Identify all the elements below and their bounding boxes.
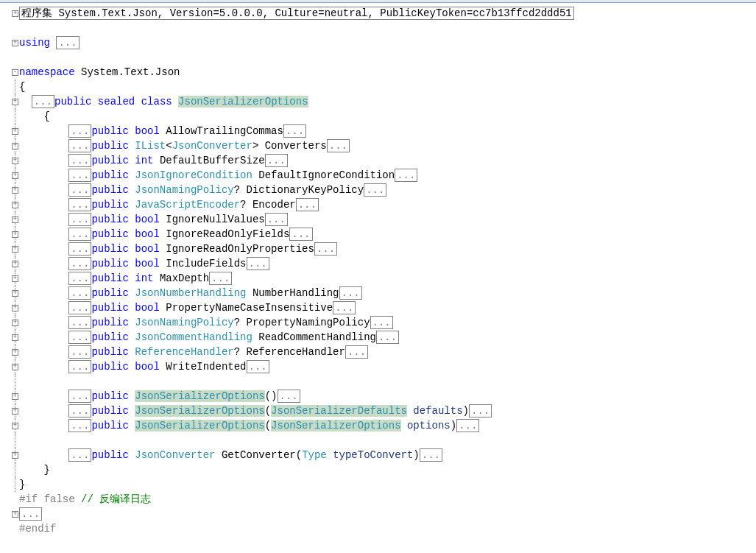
- code-line[interactable]: + ...public JsonIgnoreCondition DefaultI…: [0, 168, 756, 183]
- expand-icon[interactable]: +: [12, 452, 18, 459]
- code-line[interactable]: + ...public JsonConverter GetConverter(T…: [0, 448, 756, 462]
- code-line[interactable]: +程序集 System.Text.Json, Version=5.0.0.0, …: [0, 6, 756, 21]
- ellipsis-region[interactable]: ...: [68, 154, 91, 167]
- expand-icon[interactable]: +: [12, 290, 18, 297]
- ellipsis-region[interactable]: ...: [68, 257, 91, 270]
- code-line[interactable]: [0, 433, 756, 448]
- expand-icon[interactable]: +: [12, 349, 18, 356]
- code-line[interactable]: -namespace System.Text.Json: [0, 65, 756, 80]
- expand-icon[interactable]: +: [12, 143, 18, 149]
- collapse-icon[interactable]: -: [12, 69, 18, 76]
- code-line[interactable]: [0, 21, 756, 35]
- code-line[interactable]: + ...public bool WriteIndented...: [0, 359, 756, 374]
- ellipsis-region[interactable]: ...: [32, 95, 54, 108]
- expand-icon[interactable]: +: [12, 216, 18, 223]
- expand-icon[interactable]: +: [12, 334, 18, 341]
- code-line[interactable]: [0, 50, 756, 65]
- ellipsis-region[interactable]: ...: [56, 36, 79, 49]
- ellipsis-region[interactable]: ...: [333, 301, 356, 314]
- ellipsis-region[interactable]: ...: [339, 286, 362, 300]
- ellipsis-region[interactable]: ...: [68, 272, 91, 285]
- ellipsis-region[interactable]: ...: [68, 345, 91, 359]
- code-line[interactable]: + ...public int MaxDepth...: [0, 271, 756, 286]
- expand-icon[interactable]: +: [12, 305, 18, 311]
- expand-icon[interactable]: +: [12, 40, 18, 46]
- expand-icon[interactable]: +: [12, 408, 18, 415]
- ellipsis-region[interactable]: ...: [68, 124, 91, 138]
- ellipsis-region[interactable]: ...: [68, 242, 91, 256]
- expand-icon[interactable]: +: [12, 423, 18, 429]
- expand-icon[interactable]: +: [12, 320, 18, 326]
- expand-icon[interactable]: +: [12, 158, 18, 164]
- ellipsis-region[interactable]: ...: [68, 169, 91, 182]
- code-line[interactable]: + ...public bool IncludeFields...: [0, 256, 756, 271]
- code-line[interactable]: + ...public int DefaultBufferSize...: [0, 153, 756, 168]
- code-line[interactable]: + ...public bool PropertyNameCaseInsensi…: [0, 300, 756, 315]
- expand-icon[interactable]: +: [12, 128, 18, 135]
- code-line[interactable]: +using ...: [0, 35, 756, 50]
- code-line[interactable]: }: [0, 477, 756, 492]
- expand-icon[interactable]: +: [12, 172, 18, 179]
- ellipsis-region[interactable]: ...: [68, 139, 91, 152]
- ellipsis-region[interactable]: ...: [327, 139, 350, 152]
- ellipsis-region[interactable]: ...: [209, 272, 232, 285]
- ellipsis-region[interactable]: ...: [68, 286, 91, 300]
- ellipsis-region[interactable]: ...: [364, 183, 386, 197]
- expand-icon[interactable]: +: [12, 10, 18, 17]
- code-line[interactable]: + ...public IList<JsonConverter> Convert…: [0, 138, 756, 153]
- code-line[interactable]: }: [0, 462, 756, 477]
- expand-icon[interactable]: +: [12, 393, 18, 400]
- expand-icon[interactable]: +: [12, 275, 18, 282]
- ellipsis-region[interactable]: ...: [68, 183, 91, 197]
- code-line[interactable]: + ...public bool IgnoreReadOnlyFields...: [0, 227, 756, 242]
- ellipsis-region[interactable]: ...: [68, 301, 91, 314]
- code-line[interactable]: + ...public bool IgnoreReadOnlyPropertie…: [0, 242, 756, 256]
- code-line[interactable]: + ...public JsonNamingPolicy? PropertyNa…: [0, 315, 756, 330]
- ellipsis-region[interactable]: ...: [345, 345, 368, 359]
- ellipsis-region[interactable]: ...: [68, 228, 91, 241]
- ellipsis-region[interactable]: ...: [283, 124, 306, 138]
- code-line[interactable]: + ...public JsonSerializerOptions(JsonSe…: [0, 418, 756, 433]
- ellipsis-region[interactable]: ...: [289, 228, 312, 241]
- code-line[interactable]: + ...public JsonNumberHandling NumberHan…: [0, 286, 756, 300]
- code-line[interactable]: + ...public JsonSerializerOptions(JsonSe…: [0, 404, 756, 418]
- ellipsis-region[interactable]: ...: [296, 198, 319, 211]
- expand-icon[interactable]: +: [12, 99, 18, 105]
- ellipsis-region[interactable]: ...: [68, 316, 91, 329]
- ellipsis-region[interactable]: ...: [278, 390, 300, 403]
- ellipsis-region[interactable]: ...: [370, 316, 393, 329]
- expand-icon[interactable]: +: [12, 231, 18, 238]
- ellipsis-region[interactable]: ...: [265, 213, 288, 226]
- ellipsis-region[interactable]: ...: [19, 507, 42, 521]
- code-line[interactable]: +...: [0, 507, 756, 521]
- code-line[interactable]: + ...public JsonSerializerOptions()...: [0, 389, 756, 404]
- expand-icon[interactable]: +: [12, 187, 18, 194]
- code-line[interactable]: {: [0, 80, 756, 94]
- ellipsis-region[interactable]: ...: [68, 198, 91, 211]
- expand-icon[interactable]: +: [12, 364, 18, 370]
- expand-icon[interactable]: +: [12, 202, 18, 208]
- ellipsis-region[interactable]: ...: [68, 360, 91, 373]
- code-line[interactable]: + ...public JsonCommentHandling ReadComm…: [0, 330, 756, 345]
- code-line[interactable]: + ...public JavaScriptEncoder? Encoder..…: [0, 197, 756, 212]
- ellipsis-region[interactable]: ...: [68, 404, 91, 418]
- ellipsis-region[interactable]: ...: [314, 242, 337, 256]
- ellipsis-region[interactable]: ...: [265, 154, 288, 167]
- code-line[interactable]: {: [0, 109, 756, 124]
- expand-icon[interactable]: +: [12, 246, 18, 253]
- ellipsis-region[interactable]: ...: [68, 448, 91, 462]
- ellipsis-region[interactable]: ...: [247, 257, 269, 270]
- ellipsis-region[interactable]: ...: [376, 331, 399, 344]
- code-line[interactable]: + ...public ReferenceHandler? ReferenceH…: [0, 345, 756, 359]
- code-line[interactable]: + ...public bool IgnoreNullValues...: [0, 212, 756, 227]
- code-line[interactable]: #if false // 反编译日志: [0, 492, 756, 507]
- ellipsis-region[interactable]: ...: [68, 419, 91, 432]
- ellipsis-region[interactable]: ...: [456, 419, 479, 432]
- code-line[interactable]: #endif: [0, 521, 756, 536]
- ellipsis-region[interactable]: ...: [68, 390, 91, 403]
- code-line[interactable]: + ...public sealed class JsonSerializerO…: [0, 94, 756, 109]
- expand-icon[interactable]: +: [12, 261, 18, 267]
- code-line[interactable]: + ...public JsonNamingPolicy? Dictionary…: [0, 183, 756, 197]
- code-editor[interactable]: +程序集 System.Text.Json, Version=5.0.0.0, …: [0, 3, 756, 536]
- ellipsis-region[interactable]: ...: [420, 448, 442, 462]
